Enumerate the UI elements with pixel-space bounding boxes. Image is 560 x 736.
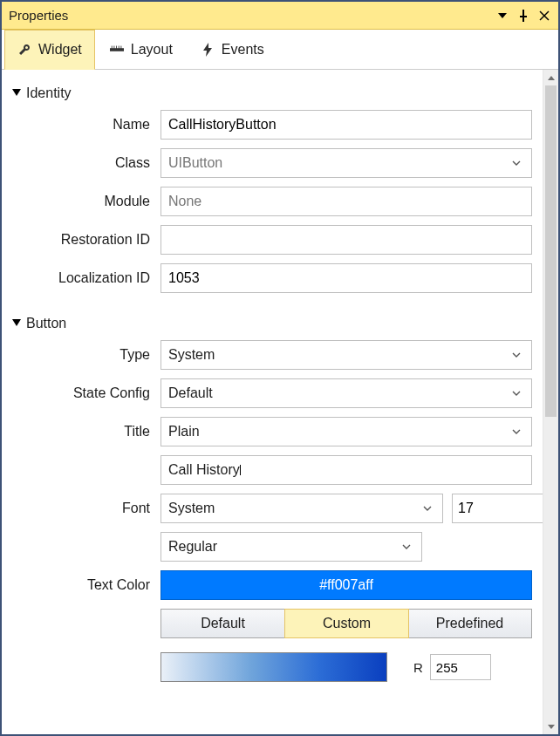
svg-rect-2 bbox=[520, 16, 527, 17]
scroll-track[interactable] bbox=[543, 85, 558, 719]
tab-layout[interactable]: Layout bbox=[97, 30, 186, 70]
type-select[interactable]: System bbox=[160, 340, 532, 370]
section-identity-header[interactable]: Identity bbox=[12, 85, 532, 101]
svg-marker-12 bbox=[203, 43, 212, 57]
panel-body: Identity Name Class UIButton bbox=[2, 70, 558, 734]
ruler-icon bbox=[110, 43, 124, 57]
text-color-swatch[interactable]: #ff007aff bbox=[160, 570, 532, 600]
svg-marker-14 bbox=[12, 319, 21, 326]
seg-predefined[interactable]: Predefined bbox=[408, 610, 531, 637]
text-color-hex: #ff007aff bbox=[319, 577, 373, 593]
type-label: Type bbox=[9, 347, 160, 363]
rgb-r-group: R bbox=[413, 654, 491, 680]
scroll-down-arrow[interactable] bbox=[543, 719, 559, 734]
chevron-down-icon bbox=[399, 544, 414, 549]
title-text-value: Call History bbox=[168, 462, 240, 478]
pin-button[interactable] bbox=[515, 7, 532, 24]
svg-rect-10 bbox=[119, 46, 120, 50]
state-value: Default bbox=[168, 385, 213, 401]
tab-events[interactable]: Events bbox=[188, 30, 277, 70]
section-button-title: Button bbox=[26, 316, 66, 331]
type-value: System bbox=[168, 347, 215, 363]
tabs-bar: Widget Layout Events bbox=[2, 30, 558, 70]
row-title-text: Call History bbox=[9, 455, 532, 485]
row-font: Font System bbox=[9, 494, 532, 523]
section-button-header[interactable]: Button bbox=[12, 316, 532, 331]
row-color-picker: R bbox=[9, 652, 532, 682]
svg-rect-7 bbox=[112, 46, 113, 50]
module-label: Module bbox=[9, 194, 160, 209]
lightning-icon bbox=[201, 43, 215, 57]
row-name: Name bbox=[9, 110, 532, 140]
seg-custom[interactable]: Custom bbox=[284, 609, 409, 638]
state-label: State Config bbox=[9, 385, 160, 401]
scroll-up-arrow[interactable] bbox=[543, 70, 559, 85]
row-type: Type System bbox=[9, 340, 532, 370]
module-input[interactable] bbox=[160, 187, 532, 216]
r-label: R bbox=[413, 660, 423, 675]
row-color-mode: Default Custom Predefined bbox=[9, 609, 532, 638]
state-select[interactable]: Default bbox=[160, 378, 532, 408]
seg-default[interactable]: Default bbox=[161, 610, 285, 637]
svg-rect-1 bbox=[522, 10, 524, 17]
title-text-input[interactable]: Call History bbox=[160, 455, 532, 485]
tab-widget-label: Widget bbox=[38, 42, 82, 58]
chevron-down-icon bbox=[420, 506, 435, 511]
row-font-weight: Regular bbox=[9, 532, 532, 562]
localization-label: Localization ID bbox=[9, 270, 160, 286]
font-label: Font bbox=[9, 501, 160, 516]
scroll-thumb[interactable] bbox=[545, 85, 557, 417]
row-localization-id: Localization ID bbox=[9, 263, 532, 293]
row-title-mode: Title Plain bbox=[9, 417, 532, 446]
restoration-label: Restoration ID bbox=[9, 232, 160, 248]
chevron-down-icon bbox=[509, 429, 524, 434]
svg-marker-17 bbox=[548, 76, 555, 80]
svg-rect-11 bbox=[120, 46, 121, 50]
name-input[interactable] bbox=[160, 110, 532, 140]
title-mode-select[interactable]: Plain bbox=[160, 417, 532, 446]
localization-input[interactable] bbox=[160, 263, 532, 293]
row-class: Class UIButton bbox=[9, 148, 532, 178]
r-input[interactable] bbox=[430, 654, 491, 680]
color-mode-segmented: Default Custom Predefined bbox=[160, 609, 532, 638]
panel-title: Properties bbox=[9, 8, 490, 23]
gradient-swatch[interactable] bbox=[160, 652, 387, 682]
chevron-down-icon bbox=[509, 160, 524, 166]
window-options-button[interactable] bbox=[494, 7, 511, 24]
class-select[interactable]: UIButton bbox=[160, 148, 532, 178]
section-identity-title: Identity bbox=[26, 85, 72, 101]
font-select[interactable]: System bbox=[160, 494, 443, 523]
title-mode-label: Title bbox=[9, 424, 160, 440]
panel-titlebar: Properties bbox=[2, 2, 558, 30]
row-restoration-id: Restoration ID bbox=[9, 225, 532, 255]
font-weight-select[interactable]: Regular bbox=[160, 532, 422, 562]
restoration-input[interactable] bbox=[160, 225, 532, 255]
properties-panel: Properties Widget Layout Ev bbox=[0, 0, 560, 736]
font-value: System bbox=[168, 501, 215, 516]
row-module: Module bbox=[9, 187, 532, 216]
title-mode-value: Plain bbox=[168, 424, 200, 440]
class-label: Class bbox=[9, 155, 160, 171]
vertical-scrollbar[interactable] bbox=[543, 70, 558, 734]
font-size-group bbox=[452, 494, 532, 523]
svg-rect-8 bbox=[113, 46, 114, 50]
font-weight-value: Regular bbox=[168, 539, 217, 555]
svg-marker-18 bbox=[548, 725, 555, 729]
chevron-down-icon bbox=[509, 352, 524, 358]
chevron-down-icon bbox=[509, 391, 524, 396]
caret-down-icon bbox=[12, 319, 21, 328]
wrench-icon bbox=[17, 43, 31, 57]
content-area: Identity Name Class UIButton bbox=[2, 70, 543, 734]
close-button[interactable] bbox=[536, 7, 553, 24]
name-label: Name bbox=[9, 117, 160, 133]
row-text-color: Text Color #ff007aff bbox=[9, 570, 532, 600]
tab-layout-label: Layout bbox=[131, 42, 173, 58]
section-button-rows: Type System State Config Default bbox=[9, 340, 532, 682]
textcolor-label: Text Color bbox=[9, 577, 160, 593]
font-size-input[interactable] bbox=[452, 494, 543, 523]
svg-rect-3 bbox=[522, 17, 524, 22]
tab-widget[interactable]: Widget bbox=[4, 30, 95, 70]
caret-down-icon bbox=[12, 89, 21, 98]
section-identity-rows: Name Class UIButton Module bbox=[9, 110, 532, 293]
svg-marker-0 bbox=[498, 13, 507, 18]
